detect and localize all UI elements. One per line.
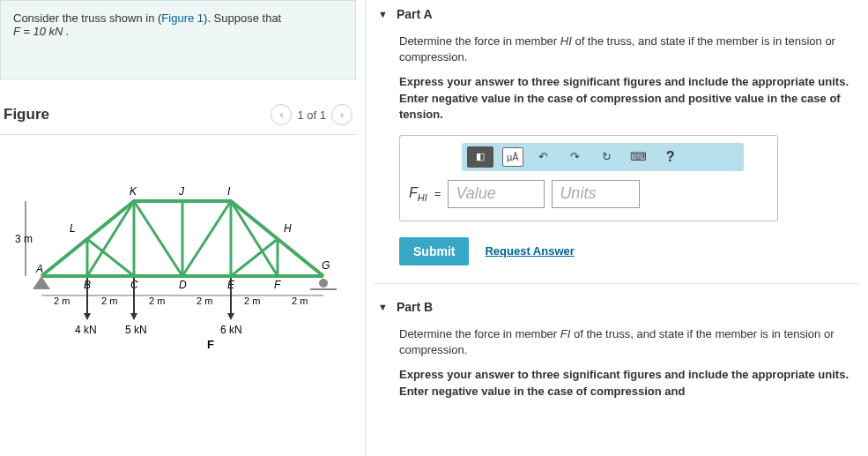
svg-text:K: K	[130, 185, 137, 198]
figure-header: Figure ‹ 1 of 1 ›	[0, 97, 356, 135]
svg-text:L: L	[70, 222, 76, 235]
problem-text-2: ). Suppose that	[204, 11, 281, 25]
svg-text:H: H	[284, 222, 292, 235]
part-a-prompt: Determine the force in member HI of the …	[399, 34, 856, 65]
svg-marker-36	[84, 313, 91, 320]
part-a-title: Part A	[397, 7, 433, 21]
pager-prev-button[interactable]: ‹	[271, 104, 292, 125]
answer-row: FHI = Value Units	[409, 180, 768, 208]
figure-pager: ‹ 1 of 1 ›	[271, 104, 352, 125]
templates-icon[interactable]: ◧	[467, 146, 493, 168]
svg-marker-38	[130, 313, 137, 320]
equals-sign: =	[434, 187, 441, 200]
help-icon[interactable]: ?	[659, 147, 682, 167]
svg-line-8	[182, 201, 231, 276]
svg-point-13	[319, 279, 328, 288]
problem-equation: F = 10 kN .	[13, 25, 70, 38]
svg-text:5 kN: 5 kN	[125, 324, 147, 336]
svg-text:6 kN: 6 kN	[220, 324, 242, 336]
svg-text:2 m: 2 m	[149, 295, 165, 306]
svg-text:2 m: 2 m	[54, 295, 70, 306]
svg-text:2 m: 2 m	[197, 295, 212, 306]
svg-text:A: A	[35, 263, 43, 275]
svg-text:I: I	[227, 185, 231, 198]
part-b-title: Part B	[397, 300, 433, 314]
units-picker-button[interactable]: µÅ	[502, 147, 523, 167]
svg-text:2 m: 2 m	[244, 295, 260, 306]
answer-toolbar: ◧ µÅ ↶ ↷ ↻ ⌨ ?	[462, 143, 744, 171]
svg-text:2 m: 2 m	[292, 295, 308, 306]
dim-height: 3 m	[15, 233, 33, 245]
svg-text:4 kN: 4 kN	[75, 324, 97, 336]
svg-text:J: J	[178, 185, 185, 198]
svg-text:F: F	[207, 338, 214, 351]
divider	[375, 283, 859, 284]
svg-text:G: G	[322, 259, 330, 272]
svg-line-11	[231, 201, 278, 276]
submit-button[interactable]: Submit	[399, 237, 469, 265]
value-input[interactable]: Value	[448, 180, 545, 208]
answer-box: ◧ µÅ ↶ ↷ ↻ ⌨ ? FHI = Value Units	[399, 135, 778, 221]
svg-line-7	[134, 201, 182, 276]
collapse-icon: ▼	[378, 302, 388, 312]
units-input[interactable]: Units	[552, 180, 640, 208]
svg-line-9	[231, 239, 278, 276]
part-a-header[interactable]: ▼ Part A	[375, 0, 859, 34]
part-b-instructions: Express your answer to three significant…	[399, 367, 856, 399]
undo-icon[interactable]: ↶	[532, 147, 555, 167]
svg-text:2 m: 2 m	[101, 295, 117, 306]
problem-text: Consider the truss shown in (	[13, 11, 161, 25]
reset-icon[interactable]: ↻	[596, 147, 619, 167]
part-b-header[interactable]: ▼ Part B	[375, 293, 859, 326]
svg-line-10	[87, 201, 134, 276]
svg-marker-40	[227, 313, 234, 320]
figure-link[interactable]: Figure 1	[161, 11, 204, 25]
collapse-icon: ▼	[378, 9, 388, 19]
request-answer-link[interactable]: Request Answer	[485, 244, 574, 258]
part-a-instructions: Express your answer to three significant…	[399, 74, 856, 123]
keyboard-icon[interactable]: ⌨	[627, 147, 650, 167]
truss-figure: 3 m K J I L H A B C D E F G 2 m 2 m 2 m …	[0, 153, 356, 367]
svg-line-6	[87, 239, 134, 276]
redo-icon[interactable]: ↷	[564, 147, 587, 167]
variable-label: FHI	[409, 185, 427, 203]
figure-title: Figure	[4, 106, 49, 123]
pager-count: 1 of 1	[297, 108, 326, 122]
svg-text:F: F	[274, 279, 281, 291]
svg-marker-12	[33, 276, 50, 289]
svg-text:D: D	[179, 279, 187, 291]
pager-next-button[interactable]: ›	[331, 104, 352, 125]
problem-statement: Consider the truss shown in (Figure 1). …	[0, 0, 356, 79]
part-b-prompt: Determine the force in member FI of the …	[399, 326, 856, 358]
